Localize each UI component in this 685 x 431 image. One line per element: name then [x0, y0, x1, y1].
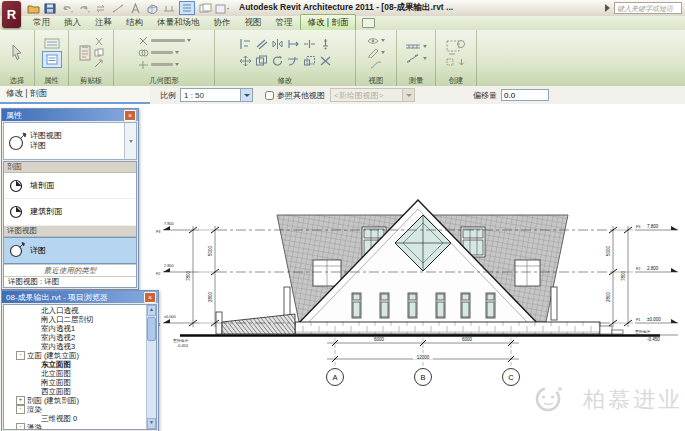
tree-item-sections[interactable]: +剖面 (建筑剖面) [6, 396, 156, 405]
type-item-building-section[interactable]: 建筑剖面 [4, 199, 136, 225]
tree-item[interactable]: 三维视图 0 [6, 414, 156, 423]
section-button[interactable] [162, 2, 176, 14]
tab-home[interactable]: 常用 [26, 15, 57, 30]
type-item-detail[interactable]: 详图 [4, 237, 136, 264]
tab-collaborate[interactable]: 协作 [207, 15, 238, 30]
tree-item[interactable]: 室内透视3 [6, 342, 156, 351]
tree-item[interactable]: 北入口透视 [6, 306, 156, 315]
bottom-dimensions[interactable]: 6000 6000 12000 [327, 337, 519, 368]
tree-item[interactable]: 西立面图 [6, 387, 156, 396]
properties-toggle-button[interactable] [42, 51, 62, 68]
copy-element-icon[interactable] [255, 55, 268, 67]
copy-icon[interactable] [94, 48, 104, 57]
reference-other-view-checkbox[interactable] [265, 91, 274, 100]
type-properties-icon[interactable] [44, 38, 60, 49]
thin-lines-button[interactable] [179, 1, 195, 15]
chevron-down-icon [402, 89, 414, 101]
tab-massing-site[interactable]: 体量和场地 [150, 15, 207, 30]
tree-item[interactable]: 北立面图 [6, 369, 156, 378]
modify-cursor-icon[interactable] [10, 44, 25, 61]
tab-insert[interactable]: 插入 [57, 15, 88, 30]
rotate-icon[interactable] [271, 55, 284, 67]
tab-structure[interactable]: 结构 [119, 15, 150, 30]
paste-icon[interactable] [78, 44, 92, 62]
switch-windows-button[interactable] [215, 2, 229, 14]
type-selector-dropdown-button[interactable] [124, 123, 136, 159]
dimension-icon[interactable] [405, 53, 421, 64]
cut-icon[interactable] [94, 37, 104, 46]
default-3d-view-button[interactable] [145, 2, 159, 14]
trim-icon[interactable] [287, 55, 300, 67]
recent-type-item[interactable]: 详图视图 : 详图 [4, 276, 136, 287]
grid-bubbles[interactable]: A B C [327, 369, 520, 386]
transfer-button[interactable] [94, 2, 108, 14]
offset-icon[interactable] [255, 38, 268, 50]
collapse-icon[interactable]: - [16, 405, 25, 414]
scrollbar-thumb[interactable] [147, 317, 156, 341]
tree-item[interactable]: 室内透视1 [6, 324, 156, 333]
undo-button[interactable] [60, 2, 74, 14]
match-type-icon[interactable] [94, 59, 104, 68]
tree-scrollbar[interactable]: ▲ ▼ [146, 305, 156, 429]
right-level-markers[interactable]: F3 7.800 F2 2.800 F1 ±0.000 室外地坪 -0.450 [635, 224, 678, 342]
application-menu-button[interactable]: R [2, 1, 21, 28]
scroll-down-icon[interactable]: ▼ [147, 418, 156, 429]
tree-item[interactable]: 南立面图 [6, 378, 156, 387]
text-button[interactable] [128, 2, 142, 14]
pin-icon[interactable] [319, 38, 332, 50]
plinth[interactable] [295, 322, 600, 334]
open-button[interactable] [26, 2, 40, 14]
right-dimensions[interactable]: 5000 2800 7800 [606, 226, 633, 327]
infocenter-arrow-icon[interactable] [605, 4, 610, 12]
left-level-markers[interactable]: 7.800 F3 2.800 F2 ±0.000 F1 室外地坪 -0.450 [156, 222, 199, 349]
tree-item[interactable]: 南入口二层剖切 [6, 315, 156, 324]
close-icon[interactable]: × [124, 110, 136, 121]
hide-icon[interactable] [367, 36, 379, 46]
wall-joins-icon[interactable] [138, 60, 149, 70]
save-button[interactable] [43, 2, 57, 14]
cut-geometry-icon[interactable] [138, 36, 149, 46]
similar-icon[interactable] [446, 58, 455, 66]
type-selector[interactable]: 详图视图 详图 [3, 122, 137, 160]
create-group-icon[interactable] [446, 40, 466, 56]
type-item-wall-section[interactable]: 墙剖面 [4, 173, 136, 199]
tab-manage[interactable]: 管理 [269, 15, 300, 30]
tree-item-elevations[interactable]: -立面 (建筑立面) [6, 351, 156, 360]
tab-annotate[interactable]: 注释 [88, 15, 119, 30]
tab-view[interactable]: 视图 [238, 15, 269, 30]
tree-item[interactable]: 室内透视2 [6, 333, 156, 342]
close-hidden-windows-button[interactable] [198, 2, 212, 14]
collapse-icon[interactable]: - [16, 423, 25, 430]
aligned-dimension-button[interactable] [111, 2, 125, 14]
join-geometry-icon[interactable] [138, 48, 149, 58]
expand-icon[interactable]: + [16, 396, 25, 405]
ribbon-minimize-toggle[interactable] [362, 18, 375, 28]
offset-input[interactable] [501, 89, 549, 101]
scroll-up-icon[interactable]: ▲ [147, 305, 156, 316]
properties-title-bar[interactable]: 属性 × [2, 109, 138, 121]
redo-button[interactable] [77, 2, 91, 14]
collapse-icon[interactable]: - [16, 351, 25, 360]
linework-icon[interactable] [370, 60, 382, 70]
delete-icon[interactable] [319, 55, 332, 67]
mirror-icon[interactable] [271, 38, 284, 50]
split-icon[interactable] [303, 38, 316, 50]
close-icon[interactable]: × [144, 292, 156, 303]
elevation-drawing[interactable]: .dim{stroke:#333;stroke-width:.55;fill:n… [155, 110, 685, 431]
ribbon-panel-clipboard: 剪贴板 [69, 30, 114, 86]
tree-item-walkthroughs[interactable]: -漫游 [6, 423, 156, 430]
align-icon[interactable] [239, 38, 252, 50]
override-graphics-icon[interactable] [367, 48, 379, 58]
measure-icon[interactable] [405, 42, 421, 51]
project-browser-title-bar[interactable]: 08-成果输出.rvt - 项目浏览器 × [2, 291, 158, 303]
tab-modify-section[interactable]: 修改 | 剖面 [300, 14, 357, 30]
load-family-icon[interactable] [457, 58, 466, 66]
extend-icon[interactable] [287, 38, 300, 50]
left-dimensions[interactable]: 5000 2800 7800 [186, 226, 220, 327]
scale-select[interactable]: 1 : 50 [180, 88, 253, 102]
scale-icon[interactable] [303, 55, 316, 67]
search-input[interactable] [614, 2, 682, 14]
tree-item-renderings[interactable]: -渲染 [6, 405, 156, 414]
move-icon[interactable] [239, 55, 252, 67]
tree-item-current-view[interactable]: 东立面图 [6, 360, 156, 369]
